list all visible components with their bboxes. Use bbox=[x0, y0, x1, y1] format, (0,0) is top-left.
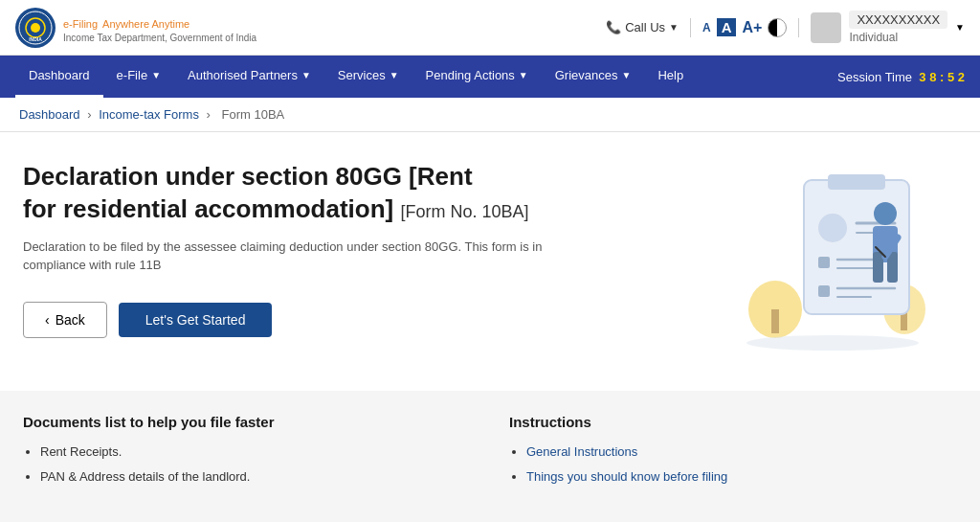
breadcrumb: Dashboard › Income-tax Forms › Form 10BA bbox=[0, 98, 980, 132]
svg-rect-10 bbox=[818, 214, 847, 242]
get-started-label: Let's Get Started bbox=[145, 312, 246, 328]
back-button-label: Back bbox=[56, 312, 85, 328]
logo-tagline: Anywhere Anytime bbox=[102, 18, 189, 30]
svg-rect-21 bbox=[873, 252, 883, 283]
font-medium-button[interactable]: A bbox=[717, 18, 737, 36]
nav-item-efile[interactable]: e-File ▼ bbox=[103, 56, 174, 98]
instructions-title: Instructions bbox=[509, 414, 957, 430]
logo-brand: e-Filing Anywhere Anytime bbox=[63, 12, 256, 33]
nav-items: Dashboard e-File ▼ Authorised Partners ▼… bbox=[15, 56, 697, 98]
nav-item-dashboard[interactable]: Dashboard bbox=[15, 56, 103, 98]
bottom-section: Documents list to help you file faster R… bbox=[0, 391, 980, 516]
documents-section: Documents list to help you file faster R… bbox=[23, 414, 471, 493]
nav-label-services: Services bbox=[338, 68, 386, 82]
nav-item-grievances[interactable]: Grievances ▼ bbox=[542, 56, 645, 98]
logo-emblem: INDIA bbox=[15, 8, 56, 48]
logo-area: INDIA e-Filing Anywhere Anytime Income T… bbox=[15, 8, 256, 48]
nav-item-services[interactable]: Services ▼ bbox=[324, 56, 412, 98]
nav-item-help[interactable]: Help bbox=[644, 56, 697, 98]
doc-item-2: PAN & Address details of the landlord. bbox=[40, 469, 250, 484]
list-item: Rent Receipts. bbox=[40, 443, 471, 461]
instructions-section: Instructions General Instructions Things… bbox=[509, 414, 957, 493]
navbar: Dashboard e-File ▼ Authorised Partners ▼… bbox=[0, 56, 980, 98]
svg-point-19 bbox=[874, 202, 897, 225]
illustration-svg bbox=[718, 161, 947, 352]
phone-icon: 📞 bbox=[606, 20, 621, 34]
doc-item-1: Rent Receipts. bbox=[40, 444, 122, 459]
form-number: [Form No. 10BA] bbox=[400, 202, 528, 221]
svg-point-2 bbox=[31, 23, 40, 33]
nav-arrow-services: ▼ bbox=[390, 70, 399, 80]
session-info: Session Time 3 8 : 5 2 bbox=[837, 70, 965, 84]
instruction-link-general[interactable]: General Instructions bbox=[526, 444, 637, 459]
header-right: 📞 Call Us ▼ A A A+ XXXXXXXXXX Individual… bbox=[606, 11, 965, 44]
documents-list: Rent Receipts. PAN & Address details of … bbox=[23, 443, 471, 486]
back-button[interactable]: ‹ Back bbox=[23, 302, 107, 338]
form-info: Declaration under section 80GG [Rentfor … bbox=[23, 161, 578, 338]
nav-arrow-pending-actions: ▼ bbox=[519, 70, 528, 80]
breadcrumb-sep2: › bbox=[207, 107, 214, 122]
nav-arrow-authorised-partners: ▼ bbox=[301, 70, 311, 80]
breadcrumb-income-tax-forms[interactable]: Income-tax Forms bbox=[99, 107, 199, 122]
user-type: Individual bbox=[849, 31, 947, 44]
instructions-list: General Instructions Things you should k… bbox=[509, 443, 957, 486]
font-large-button[interactable]: A+ bbox=[742, 19, 762, 36]
top-header: INDIA e-Filing Anywhere Anytime Income T… bbox=[0, 0, 980, 56]
nav-item-authorised-partners[interactable]: Authorised Partners ▼ bbox=[174, 56, 324, 98]
nav-arrow-efile: ▼ bbox=[151, 70, 161, 80]
list-item: Things you should know before filing bbox=[526, 468, 957, 486]
font-controls: A A A+ bbox=[690, 18, 799, 37]
svg-point-25 bbox=[746, 335, 919, 351]
breadcrumb-current: Form 10BA bbox=[222, 107, 285, 122]
breadcrumb-sep1: › bbox=[87, 107, 95, 122]
nav-label-help: Help bbox=[657, 68, 683, 82]
user-name: XXXXXXXXXX bbox=[849, 11, 947, 29]
svg-rect-13 bbox=[818, 257, 830, 268]
call-us-label: Call Us bbox=[625, 20, 665, 34]
user-dropdown-arrow[interactable]: ▼ bbox=[955, 22, 965, 33]
session-label: Session Time bbox=[837, 70, 912, 84]
session-digits: 3 8 : 5 2 bbox=[919, 70, 965, 84]
nav-arrow-grievances: ▼ bbox=[622, 70, 632, 80]
action-buttons: ‹ Back Let's Get Started bbox=[23, 302, 578, 338]
back-arrow-icon: ‹ bbox=[45, 312, 50, 328]
user-area: XXXXXXXXXX Individual ▼ bbox=[811, 11, 965, 44]
list-item: PAN & Address details of the landlord. bbox=[40, 468, 471, 486]
nav-label-authorised-partners: Authorised Partners bbox=[188, 68, 298, 82]
svg-rect-5 bbox=[771, 309, 779, 333]
form-description: Declaration to be filed by the assessee … bbox=[23, 238, 578, 275]
nav-label-grievances: Grievances bbox=[555, 68, 618, 82]
instruction-link-before-filing[interactable]: Things you should know before filing bbox=[526, 469, 727, 484]
documents-title: Documents list to help you file faster bbox=[23, 414, 471, 430]
font-small-button[interactable]: A bbox=[702, 21, 711, 34]
logo-sub: Income Tax Department, Government of Ind… bbox=[63, 33, 256, 43]
form-title: Declaration under section 80GG [Rentfor … bbox=[23, 161, 578, 226]
breadcrumb-dashboard[interactable]: Dashboard bbox=[19, 107, 80, 122]
main-content: Declaration under section 80GG [Rentfor … bbox=[0, 132, 980, 391]
nav-label-dashboard: Dashboard bbox=[29, 68, 90, 82]
get-started-button[interactable]: Let's Get Started bbox=[119, 303, 273, 337]
call-us-button[interactable]: 📞 Call Us ▼ bbox=[606, 20, 679, 34]
form-illustration bbox=[708, 161, 957, 352]
contrast-button[interactable] bbox=[768, 18, 787, 37]
user-avatar bbox=[811, 12, 841, 43]
svg-text:INDIA: INDIA bbox=[29, 36, 42, 42]
nav-label-pending-actions: Pending Actions bbox=[426, 68, 515, 82]
nav-item-pending-actions[interactable]: Pending Actions ▼ bbox=[412, 56, 542, 98]
list-item: General Instructions bbox=[526, 443, 957, 461]
brand-name: e-Filing bbox=[63, 18, 98, 30]
svg-rect-9 bbox=[828, 174, 885, 190]
nav-label-efile: e-File bbox=[117, 68, 148, 82]
logo-text: e-Filing Anywhere Anytime Income Tax Dep… bbox=[63, 12, 256, 43]
svg-rect-16 bbox=[818, 285, 830, 297]
call-us-arrow: ▼ bbox=[669, 22, 679, 33]
